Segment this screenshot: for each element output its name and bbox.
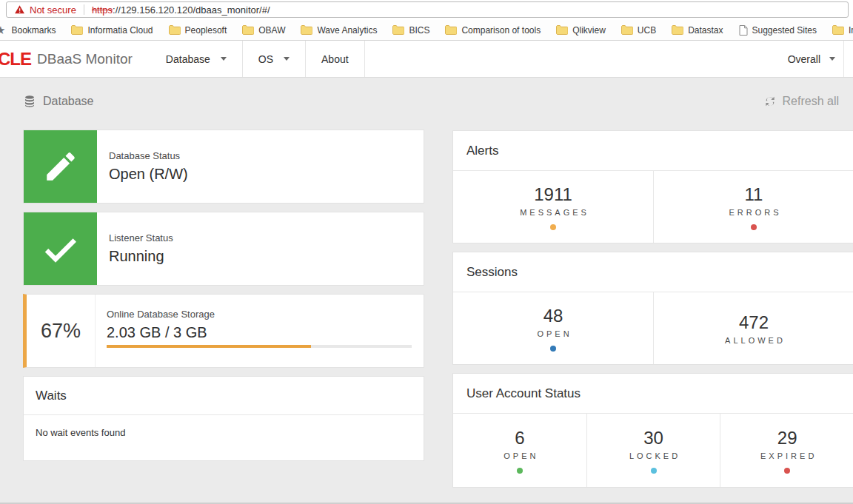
stat-label: EXPIRED	[757, 451, 817, 460]
sessions-panel: Sessions 48 OPEN 472 ALLOWED	[452, 252, 853, 365]
folder-icon	[556, 25, 568, 35]
bookmark-label: Informatica	[849, 25, 853, 36]
bookmark-label: BICS	[409, 25, 429, 36]
nav-item-os[interactable]: OS	[243, 41, 306, 77]
refresh-all-button[interactable]: Refresh all	[764, 95, 839, 108]
folder-icon	[242, 25, 254, 35]
bookmark-label: UCB	[638, 25, 656, 36]
bookmark-star-icon[interactable]: ★	[0, 24, 5, 37]
bookmark-item[interactable]: Wave Analytics	[301, 25, 377, 36]
bookmark-label: Qlikview	[572, 25, 606, 36]
bookmark-label: Informatia Cloud	[87, 25, 153, 36]
card-label: Online Database Storage	[107, 309, 424, 320]
bookmark-item[interactable]: Comparison of tools	[445, 25, 541, 36]
users-locked-stat: 30 LOCKED	[586, 414, 720, 487]
bookmark-item[interactable]: Peoplesoft	[169, 25, 227, 36]
chevron-down-icon	[829, 57, 835, 61]
check-icon	[40, 228, 81, 269]
stat-label: ERRORS	[726, 208, 781, 217]
oracle-logo: CLE	[0, 41, 31, 77]
security-status-label[interactable]: Not secure	[30, 4, 76, 16]
waits-title: Waits	[24, 377, 424, 415]
stat-value: 11	[745, 184, 763, 205]
folder-icon	[832, 25, 844, 35]
folder-icon	[169, 25, 181, 35]
card-value: Open (R/W)	[109, 166, 188, 183]
header-spacer	[365, 41, 770, 77]
card-value: Running	[109, 248, 173, 265]
sessions-open-stat: 48 OPEN	[453, 292, 653, 364]
users-open-stat: 6 OPEN	[453, 414, 586, 487]
folder-icon	[621, 25, 633, 35]
bookmark-item[interactable]: BICS	[392, 25, 429, 36]
folder-icon	[71, 25, 83, 35]
listener-status-card: Listener Status Running	[23, 212, 424, 286]
bookmark-label: Comparison of tools	[461, 25, 541, 36]
database-icon	[23, 95, 36, 108]
status-tile	[24, 212, 97, 285]
alerts-panel: Alerts 1911 MESSAGES 11 ERRORS	[452, 130, 853, 243]
storage-progress-fill	[107, 345, 311, 348]
bookmark-label: Suggested Sites	[752, 25, 817, 36]
user-account-status-title: User Account Status	[453, 374, 853, 414]
status-dot	[751, 224, 757, 230]
nav-item-database[interactable]: Database	[150, 41, 243, 77]
section-row: Database Refresh all	[23, 95, 839, 108]
url-text[interactable]: https://129.156.120.120/dbaas_monitor/#/	[92, 4, 270, 16]
address-bar-divider	[84, 4, 84, 15]
stat-label: MESSAGES	[517, 208, 589, 217]
bookmark-item[interactable]: UCB	[621, 25, 656, 36]
bookmark-label: Peoplesoft	[185, 25, 227, 36]
nav-label: About	[321, 53, 349, 65]
card-label: Database Status	[109, 150, 188, 161]
status-dot	[784, 468, 790, 474]
nav-item-about[interactable]: About	[306, 41, 365, 77]
refresh-icon	[764, 95, 776, 107]
bookmark-item[interactable]: Datastax	[672, 25, 723, 36]
header-edge-divider	[843, 41, 844, 77]
status-tile	[24, 130, 97, 203]
stat-value: 472	[739, 312, 769, 333]
bookmark-label: Datastax	[688, 25, 723, 36]
page-title: Database	[23, 95, 94, 108]
nav-label: OS	[258, 53, 273, 65]
sessions-allowed-stat: 472 ALLOWED	[653, 292, 853, 364]
bookmark-label: Wave Analytics	[317, 25, 377, 36]
card-label: Listener Status	[109, 232, 173, 243]
bookmarks-bar: ★ Bookmarks Informatia Cloud Peoplesoft …	[0, 20, 853, 41]
alerts-panel-title: Alerts	[453, 131, 853, 171]
bookmark-item[interactable]: Informatica	[832, 25, 853, 36]
app-header: CLE DBaaS Monitor Database OS About Over…	[0, 41, 853, 78]
page-icon	[739, 25, 748, 36]
sessions-panel-title: Sessions	[453, 252, 853, 292]
url-rest: ://129.156.120.120/dbaas_monitor/#/	[113, 4, 270, 16]
bookmark-item[interactable]: Qlikview	[556, 25, 606, 36]
stat-label: OPEN	[501, 451, 538, 460]
right-column: Alerts 1911 MESSAGES 11 ERRORS Sessions …	[452, 130, 853, 496]
database-status-card: Database Status Open (R/W)	[23, 130, 424, 204]
status-dot	[550, 346, 556, 352]
bookmarks-root-item[interactable]: Bookmarks	[11, 25, 56, 36]
address-bar[interactable]: Not secure https://129.156.120.120/dbaas…	[6, 1, 849, 18]
users-expired-stat: 29 EXPIRED	[720, 414, 853, 487]
warning-triangle-icon	[14, 4, 25, 15]
nav-label: Database	[166, 53, 210, 65]
status-dot	[651, 468, 657, 474]
stat-value: 30	[643, 428, 663, 448]
bookmark-item[interactable]: OBAW	[242, 25, 285, 36]
pencil-icon	[42, 148, 79, 185]
storage-progress-track	[107, 345, 412, 348]
folder-icon	[301, 25, 312, 35]
bookmark-item[interactable]: Informatia Cloud	[71, 25, 153, 36]
stat-value: 1911	[534, 184, 572, 205]
chevron-down-icon	[284, 57, 290, 61]
browser-toolbar: Not secure https://129.156.120.120/dbaas…	[0, 0, 853, 20]
overall-dropdown[interactable]: Overall	[770, 41, 853, 77]
bookmark-item[interactable]: Suggested Sites	[739, 25, 817, 36]
status-dot	[517, 468, 523, 474]
alerts-errors-stat: 11 ERRORS	[653, 171, 853, 243]
waits-card: Waits No wait events found	[23, 376, 424, 461]
status-dot	[550, 224, 556, 230]
stat-value: 48	[543, 306, 563, 326]
stat-value: 29	[777, 428, 797, 448]
